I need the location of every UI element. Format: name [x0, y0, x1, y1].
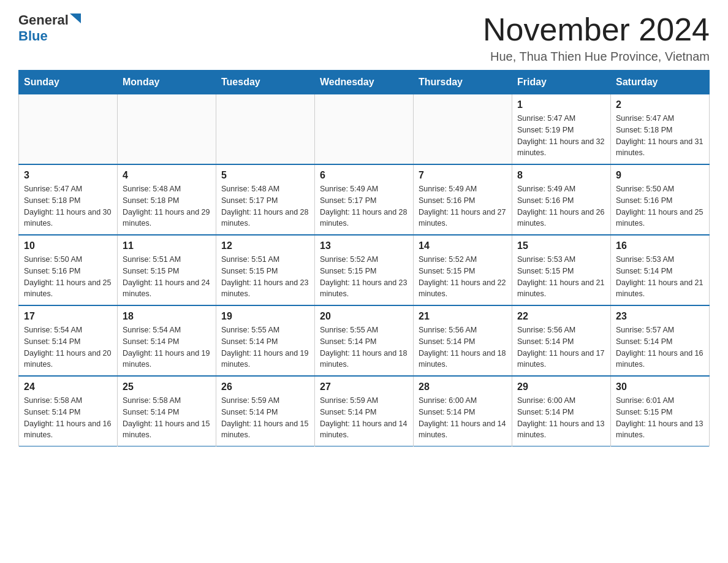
calendar-week-row: 3Sunrise: 5:47 AMSunset: 5:18 PMDaylight…	[19, 164, 710, 235]
day-info: Sunrise: 6:00 AMSunset: 5:14 PMDaylight:…	[419, 395, 507, 441]
day-info: Sunrise: 5:49 AMSunset: 5:17 PMDaylight:…	[320, 183, 408, 229]
day-info: Sunrise: 5:52 AMSunset: 5:15 PMDaylight:…	[419, 254, 507, 300]
logo-triangle-icon	[70, 13, 81, 23]
table-row: 16Sunrise: 5:53 AMSunset: 5:14 PMDayligh…	[611, 235, 710, 305]
day-number: 24	[24, 381, 112, 393]
day-number: 7	[419, 170, 507, 181]
day-info: Sunrise: 5:53 AMSunset: 5:14 PMDaylight:…	[616, 254, 704, 300]
table-row: 15Sunrise: 5:53 AMSunset: 5:15 PMDayligh…	[512, 235, 611, 305]
day-number: 19	[221, 311, 309, 322]
day-info: Sunrise: 5:47 AMSunset: 5:18 PMDaylight:…	[24, 183, 112, 229]
table-row: 17Sunrise: 5:54 AMSunset: 5:14 PMDayligh…	[19, 305, 118, 376]
table-row	[118, 94, 216, 165]
day-number: 18	[123, 311, 211, 322]
day-number: 25	[123, 381, 211, 393]
col-saturday: Saturday	[611, 71, 710, 94]
calendar: Sunday Monday Tuesday Wednesday Thursday…	[18, 70, 710, 446]
day-number: 28	[419, 381, 507, 393]
table-row	[19, 94, 118, 165]
table-row: 8Sunrise: 5:49 AMSunset: 5:16 PMDaylight…	[512, 164, 611, 235]
calendar-week-row: 10Sunrise: 5:50 AMSunset: 5:16 PMDayligh…	[19, 235, 710, 305]
table-row: 26Sunrise: 5:59 AMSunset: 5:14 PMDayligh…	[216, 376, 315, 446]
day-number: 21	[419, 311, 507, 322]
day-number: 30	[616, 381, 704, 393]
day-number: 13	[320, 240, 408, 251]
day-info: Sunrise: 5:59 AMSunset: 5:14 PMDaylight:…	[320, 395, 408, 441]
day-number: 4	[123, 170, 211, 181]
day-number: 1	[517, 99, 605, 110]
table-row: 24Sunrise: 5:58 AMSunset: 5:14 PMDayligh…	[19, 376, 118, 446]
day-number: 12	[221, 240, 309, 251]
day-number: 22	[517, 311, 605, 322]
col-tuesday: Tuesday	[216, 71, 315, 94]
day-info: Sunrise: 5:57 AMSunset: 5:14 PMDaylight:…	[616, 324, 704, 370]
table-row: 28Sunrise: 6:00 AMSunset: 5:14 PMDayligh…	[414, 376, 512, 446]
day-info: Sunrise: 5:51 AMSunset: 5:15 PMDaylight:…	[123, 254, 211, 300]
day-number: 29	[517, 381, 605, 393]
table-row: 18Sunrise: 5:54 AMSunset: 5:14 PMDayligh…	[118, 305, 216, 376]
day-number: 3	[24, 170, 112, 181]
col-monday: Monday	[118, 71, 216, 94]
day-info: Sunrise: 5:52 AMSunset: 5:15 PMDaylight:…	[320, 254, 408, 300]
day-number: 27	[320, 381, 408, 393]
table-row: 6Sunrise: 5:49 AMSunset: 5:17 PMDaylight…	[315, 164, 414, 235]
col-sunday: Sunday	[19, 71, 118, 94]
month-title: November 2024	[483, 12, 710, 47]
logo-blue: Blue	[18, 28, 48, 44]
table-row: 22Sunrise: 5:56 AMSunset: 5:14 PMDayligh…	[512, 305, 611, 376]
day-number: 20	[320, 311, 408, 322]
col-thursday: Thursday	[414, 71, 512, 94]
day-info: Sunrise: 5:58 AMSunset: 5:14 PMDaylight:…	[123, 395, 211, 441]
day-info: Sunrise: 5:55 AMSunset: 5:14 PMDaylight:…	[221, 324, 309, 370]
table-row: 20Sunrise: 5:55 AMSunset: 5:14 PMDayligh…	[315, 305, 414, 376]
day-info: Sunrise: 5:51 AMSunset: 5:15 PMDaylight:…	[221, 254, 309, 300]
day-info: Sunrise: 5:48 AMSunset: 5:18 PMDaylight:…	[123, 183, 211, 229]
table-row: 25Sunrise: 5:58 AMSunset: 5:14 PMDayligh…	[118, 376, 216, 446]
day-number: 15	[517, 240, 605, 251]
table-row: 21Sunrise: 5:56 AMSunset: 5:14 PMDayligh…	[414, 305, 512, 376]
table-row: 12Sunrise: 5:51 AMSunset: 5:15 PMDayligh…	[216, 235, 315, 305]
table-row: 10Sunrise: 5:50 AMSunset: 5:16 PMDayligh…	[19, 235, 118, 305]
day-info: Sunrise: 5:53 AMSunset: 5:15 PMDaylight:…	[517, 254, 605, 300]
table-row: 4Sunrise: 5:48 AMSunset: 5:18 PMDaylight…	[118, 164, 216, 235]
calendar-week-row: 24Sunrise: 5:58 AMSunset: 5:14 PMDayligh…	[19, 376, 710, 446]
table-row: 7Sunrise: 5:49 AMSunset: 5:16 PMDaylight…	[414, 164, 512, 235]
location-subtitle: Hue, Thua Thien Hue Province, Vietnam	[483, 50, 710, 64]
day-number: 17	[24, 311, 112, 322]
day-number: 16	[616, 240, 704, 251]
table-row: 23Sunrise: 5:57 AMSunset: 5:14 PMDayligh…	[611, 305, 710, 376]
day-info: Sunrise: 6:01 AMSunset: 5:15 PMDaylight:…	[616, 395, 704, 441]
table-row: 30Sunrise: 6:01 AMSunset: 5:15 PMDayligh…	[611, 376, 710, 446]
day-info: Sunrise: 5:49 AMSunset: 5:16 PMDaylight:…	[419, 183, 507, 229]
table-row: 27Sunrise: 5:59 AMSunset: 5:14 PMDayligh…	[315, 376, 414, 446]
day-number: 26	[221, 381, 309, 393]
table-row: 3Sunrise: 5:47 AMSunset: 5:18 PMDaylight…	[19, 164, 118, 235]
day-info: Sunrise: 5:50 AMSunset: 5:16 PMDaylight:…	[24, 254, 112, 300]
day-number: 10	[24, 240, 112, 251]
table-row: 11Sunrise: 5:51 AMSunset: 5:15 PMDayligh…	[118, 235, 216, 305]
day-info: Sunrise: 5:58 AMSunset: 5:14 PMDaylight:…	[24, 395, 112, 441]
col-wednesday: Wednesday	[315, 71, 414, 94]
table-row	[414, 94, 512, 165]
day-info: Sunrise: 5:56 AMSunset: 5:14 PMDaylight:…	[419, 324, 507, 370]
logo-general: General	[18, 12, 69, 28]
day-info: Sunrise: 5:47 AMSunset: 5:19 PMDaylight:…	[517, 113, 605, 159]
table-row: 29Sunrise: 6:00 AMSunset: 5:14 PMDayligh…	[512, 376, 611, 446]
day-number: 8	[517, 170, 605, 181]
day-info: Sunrise: 5:54 AMSunset: 5:14 PMDaylight:…	[123, 324, 211, 370]
day-info: Sunrise: 5:50 AMSunset: 5:16 PMDaylight:…	[616, 183, 704, 229]
calendar-header-row: Sunday Monday Tuesday Wednesday Thursday…	[19, 71, 710, 94]
table-row: 2Sunrise: 5:47 AMSunset: 5:18 PMDaylight…	[611, 94, 710, 165]
day-info: Sunrise: 5:56 AMSunset: 5:14 PMDaylight:…	[517, 324, 605, 370]
day-number: 23	[616, 311, 704, 322]
day-info: Sunrise: 5:59 AMSunset: 5:14 PMDaylight:…	[221, 395, 309, 441]
day-number: 9	[616, 170, 704, 181]
day-info: Sunrise: 5:48 AMSunset: 5:17 PMDaylight:…	[221, 183, 309, 229]
day-number: 2	[616, 99, 704, 110]
table-row: 19Sunrise: 5:55 AMSunset: 5:14 PMDayligh…	[216, 305, 315, 376]
day-info: Sunrise: 6:00 AMSunset: 5:14 PMDaylight:…	[517, 395, 605, 441]
title-area: November 2024 Hue, Thua Thien Hue Provin…	[483, 12, 710, 64]
day-info: Sunrise: 5:55 AMSunset: 5:14 PMDaylight:…	[320, 324, 408, 370]
col-friday: Friday	[512, 71, 611, 94]
calendar-week-row: 1Sunrise: 5:47 AMSunset: 5:19 PMDaylight…	[19, 94, 710, 165]
